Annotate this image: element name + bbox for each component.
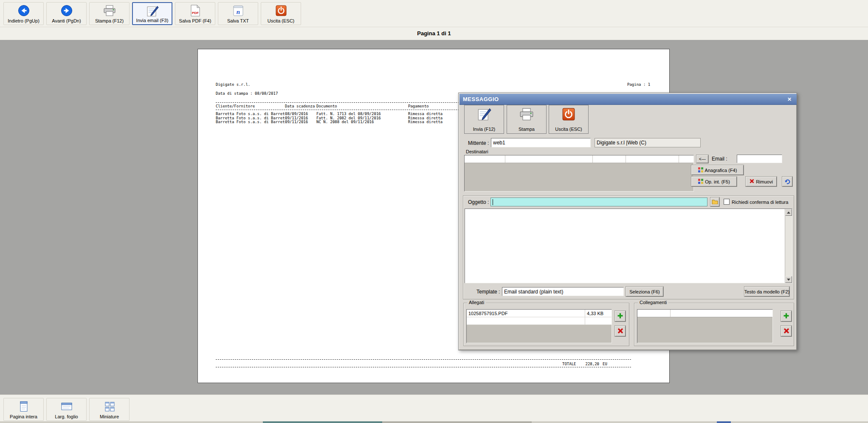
cell-scadenza: 08/09/2016 — [285, 112, 316, 116]
remove-link-button[interactable] — [781, 326, 792, 336]
attachment-row[interactable]: 10258757915.PDF 4,33 KB — [467, 310, 612, 317]
dialog-titlebar[interactable]: MESSAGGIO ✕ — [459, 94, 797, 105]
op-int-button[interactable]: Op. int. (F5) — [691, 177, 737, 186]
full-page-icon — [18, 400, 29, 413]
move-recipient-button[interactable]: <--- — [696, 155, 708, 163]
dialog-stampa-button[interactable]: Stampa — [507, 105, 547, 134]
allegati-list[interactable]: 10258757915.PDF 4,33 KB — [466, 309, 612, 343]
uscita-button[interactable]: Uscita (ESC) — [261, 2, 301, 25]
svg-text:n: n — [236, 8, 240, 15]
cell-documento: Fatt. N. 1713 del 08/09/2016 — [316, 112, 408, 116]
button-label: Anagrafica (F4) — [705, 168, 737, 173]
button-label: Miniature — [100, 414, 119, 419]
button-label: Larg. foglio — [55, 414, 78, 419]
stampa-button[interactable]: Stampa (F12) — [89, 2, 130, 25]
dialog-uscita-button[interactable]: Uscita (ESC) — [549, 105, 589, 134]
clear-recipients-button[interactable] — [782, 177, 792, 186]
collegamenti-group: Collegamenti — [634, 303, 794, 346]
email-compose-icon — [146, 5, 159, 17]
mittente-input[interactable] — [491, 138, 591, 147]
destinatari-list[interactable] — [464, 155, 694, 192]
page-info: Pagina 1 di 1 — [0, 30, 868, 37]
scroll-up-button[interactable] — [785, 209, 792, 216]
svg-text:PDF: PDF — [192, 11, 199, 15]
taskbar-segment — [263, 421, 382, 423]
dialog-invia-button[interactable]: Invia (F12) — [464, 105, 504, 134]
message-body-input[interactable] — [465, 209, 792, 283]
destinatari-label: Destinatari — [466, 149, 488, 154]
table-grid-icon — [698, 179, 703, 185]
taskbar-segment — [382, 421, 532, 423]
button-label: Salva TXT — [227, 18, 249, 23]
salva-txt-button[interactable]: n Salva TXT — [218, 2, 258, 25]
dialog-title: MESSAGGIO — [463, 96, 499, 102]
oggetto-input[interactable] — [490, 197, 707, 206]
close-icon[interactable]: ✕ — [786, 96, 793, 103]
template-input[interactable] — [502, 287, 624, 296]
remove-attachment-button[interactable] — [615, 326, 626, 336]
total-value: 228,20 — [586, 362, 600, 366]
button-label: Op. int. (F5) — [705, 179, 730, 184]
add-link-button[interactable] — [781, 311, 792, 321]
indietro-button[interactable]: Indietro (PgUp) — [3, 2, 44, 25]
pagina-intera-button[interactable]: Pagina intera — [3, 398, 44, 421]
taskbar-segment — [717, 421, 731, 423]
doc-separator — [216, 367, 631, 367]
green-plus-icon — [617, 313, 623, 320]
button-label: Avanti (PgDn) — [52, 18, 81, 23]
attachment-row-empty — [467, 317, 612, 325]
cell-documento: Fatt. N. 2082 del 09/11/2016 — [316, 116, 408, 120]
total-currency: EU — [603, 362, 607, 366]
larg-foglio-button[interactable]: Larg. foglio — [46, 398, 87, 421]
testo-da-modello-button[interactable]: Testo da modello (F2) — [744, 287, 789, 296]
button-label: Uscita (ESC) — [555, 127, 582, 132]
cell-scadenza: 09/11/2016 — [285, 120, 316, 124]
red-x-icon — [750, 179, 754, 184]
arrow-left-circle-icon — [18, 4, 30, 17]
rimuovi-button[interactable]: Rimuovi — [746, 177, 777, 186]
salva-pdf-button[interactable]: PDF Salva PDF (F4) — [175, 2, 215, 25]
avanti-button[interactable]: Avanti (PgDn) — [46, 2, 87, 25]
anagrafica-button[interactable]: Anagrafica (F4) — [691, 165, 744, 175]
doc-total-line: TOTALE 228,20 EU — [216, 362, 631, 366]
button-label: Invia (F12) — [473, 127, 496, 132]
email-compose-icon — [477, 108, 491, 121]
conferma-lettura-label: Richiedi conferma di lettura — [732, 200, 788, 205]
mittente-account-field[interactable] — [595, 138, 701, 147]
folder-icon — [712, 199, 718, 205]
attachment-name: 10258757915.PDF — [467, 310, 585, 317]
button-label: Rimuovi — [756, 179, 773, 184]
conferma-lettura-checkbox[interactable] — [724, 199, 730, 205]
destinatari-list-header — [465, 155, 693, 163]
button-label: Indietro (PgUp) — [8, 18, 39, 23]
message-body-value — [465, 209, 468, 217]
red-x-icon — [783, 328, 789, 335]
scroll-down-button[interactable] — [785, 276, 792, 283]
email-label: Email : — [712, 156, 727, 162]
seleziona-button[interactable]: Seleziona (F6) — [626, 287, 663, 296]
cell-scadenza: 09/11/2016 — [285, 116, 316, 120]
button-label: Pagina intera — [10, 414, 37, 419]
collegamenti-list-header — [637, 310, 772, 317]
green-plus-icon — [783, 313, 789, 320]
allegati-group: Allegati 10258757915.PDF 4,33 KB — [463, 303, 629, 346]
button-label: Stampa — [519, 127, 535, 132]
doc-page-number: Pagina : 1 — [627, 82, 665, 87]
col-header-scadenza: Data scadenza — [285, 104, 316, 108]
open-folder-button[interactable] — [710, 197, 719, 206]
cell-cliente: Barretta Foto s.a.s. di Barret — [216, 112, 285, 116]
arrow-right-circle-icon — [61, 4, 73, 17]
button-label: Uscita (ESC) — [268, 18, 295, 23]
collegamenti-label: Collegamenti — [638, 300, 668, 305]
add-attachment-button[interactable] — [615, 311, 626, 321]
email-input[interactable] — [737, 155, 782, 163]
doc-company: Digigate s.r.l. — [216, 82, 631, 87]
collegamenti-list[interactable] — [637, 309, 773, 343]
mittente-label: Mittente : — [468, 140, 489, 146]
message-body-scrollbar[interactable] — [785, 209, 792, 283]
bottom-toolbar: Pagina intera Larg. foglio Miniature — [0, 395, 868, 421]
cell-documento: NC N. 2088 del 09/11/2016 — [316, 120, 408, 124]
power-icon — [276, 4, 287, 17]
invia-email-button[interactable]: Invia email (F3) — [132, 2, 172, 25]
miniature-button[interactable]: Miniature — [89, 398, 130, 421]
